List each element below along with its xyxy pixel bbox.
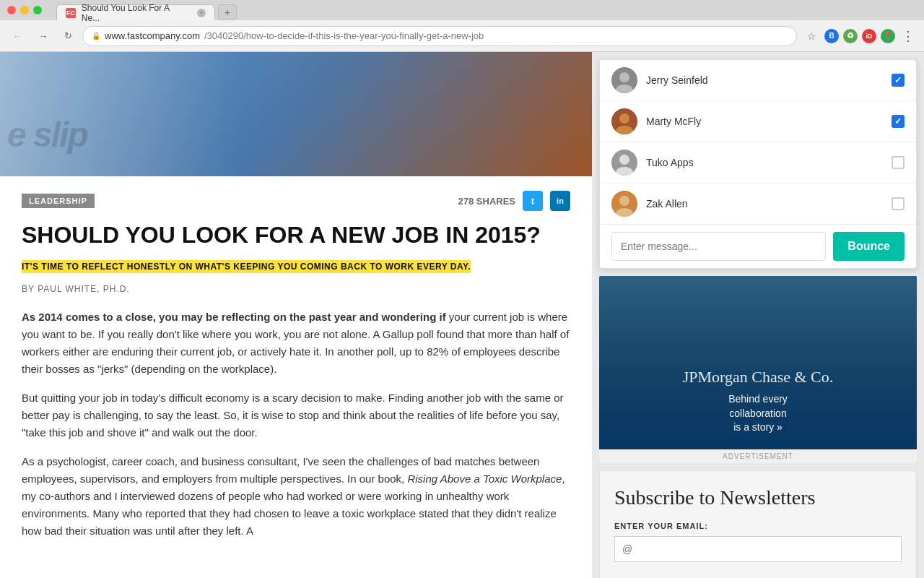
browser-menu-icon[interactable]: ⋮: [899, 27, 917, 45]
article-paragraph-2: But quitting your job in today's difficu…: [22, 389, 570, 441]
avatar-marty: [611, 108, 637, 134]
tab-title: Should You Look For A Ne...: [82, 3, 188, 23]
traffic-lights: [7, 6, 42, 14]
article-content: LEADERSHIP 278 SHARES t in Should You Lo…: [0, 176, 592, 566]
user-name-zak: Zak Allen: [646, 198, 883, 210]
bounce-button[interactable]: Bounce: [833, 232, 905, 261]
svg-point-4: [619, 113, 629, 124]
tab-close-button[interactable]: ×: [197, 9, 206, 17]
ad-logo: JPMorgan Chase & Co.: [683, 368, 834, 387]
avatar-image-marty: [611, 108, 637, 134]
newsletter-email-input[interactable]: [614, 536, 902, 562]
minimize-button[interactable]: [20, 6, 29, 14]
page-content: e slip LEADERSHIP 278 SHARES t in Should…: [0, 52, 924, 578]
url-domain: www.fastcompany.com: [105, 30, 200, 41]
checkbox-jerry[interactable]: ✓: [892, 74, 905, 87]
tab-favicon: FC: [66, 8, 76, 18]
share-count: 278 SHARES: [458, 196, 515, 207]
browser-toolbar: ← → ↻ 🔒 www.fastcompany.com /3040290/how…: [0, 20, 924, 52]
refresh-button[interactable]: ↻: [59, 27, 77, 45]
ad-area: JPMorgan Chase & Co. Behind every collab…: [599, 276, 917, 463]
bounce-popup: Jerry Seinfeld ✓: [599, 59, 917, 269]
checkbox-marty[interactable]: ✓: [892, 115, 905, 128]
newsletter-email-label: ENTER YOUR EMAIL:: [614, 522, 902, 530]
hero-image: e slip: [0, 52, 592, 176]
article-meta: LEADERSHIP 278 SHARES t in: [22, 191, 570, 211]
user-row-zak: Zak Allen: [600, 184, 916, 224]
avatar-zak: [611, 191, 637, 217]
twitter-share-button[interactable]: t: [523, 191, 543, 211]
svg-point-10: [619, 196, 629, 206]
article-paragraph-3: As a psychologist, career coach, and bus…: [22, 453, 570, 540]
checkbox-tuko[interactable]: [892, 156, 905, 169]
bounce-input-row: Bounce: [600, 224, 916, 268]
avatar-image-zak: [611, 191, 637, 217]
newsletter-title: Subscribe to Newsletters: [614, 486, 902, 510]
bounce-message-input[interactable]: [611, 232, 826, 261]
browser-chrome: FC Should You Look For A Ne... × + ← → ↻…: [0, 0, 924, 52]
security-lock-icon: 🔒: [92, 32, 100, 40]
article-title: Should You Look For A New Job In 2015?: [22, 223, 570, 248]
checkmark-marty: ✓: [894, 116, 902, 126]
ad-line1: Behind every: [728, 393, 788, 405]
user-row-jerry: Jerry Seinfeld ✓: [600, 60, 916, 101]
ad-line3: is a story »: [733, 421, 783, 433]
article-subtitle-container: IT'S TIME TO REFLECT HONESTLY ON WHAT'S …: [22, 259, 570, 275]
hero-overlay: [0, 52, 592, 176]
browser-titlebar: FC Should You Look For A Ne... × +: [0, 0, 924, 20]
maximize-button[interactable]: [33, 6, 42, 14]
ad-text: Behind every collaboration is a story »: [683, 392, 834, 435]
category-badge: LEADERSHIP: [22, 194, 95, 208]
extension-b-icon[interactable]: B: [824, 29, 839, 43]
newsletter-section: Subscribe to Newsletters ENTER YOUR EMAI…: [599, 470, 917, 578]
article-byline: BY PAUL WHITE, PH.D.: [22, 284, 570, 294]
ad-image: JPMorgan Chase & Co. Behind every collab…: [599, 276, 917, 449]
book-title: Rising Above a Toxic Workplace: [407, 473, 562, 485]
avatar-image-jerry: [611, 67, 637, 93]
back-button[interactable]: ←: [7, 26, 27, 46]
active-tab[interactable]: FC Should You Look For A Ne... ×: [56, 4, 215, 20]
bookmark-star-icon[interactable]: ☆: [803, 27, 820, 45]
extension-geo-icon[interactable]: 📍: [881, 29, 895, 43]
new-tab-button[interactable]: +: [218, 4, 237, 20]
close-button[interactable]: [7, 6, 16, 14]
checkbox-zak[interactable]: [892, 197, 905, 210]
user-row-tuko: Tuko Apps: [600, 142, 916, 184]
linkedin-share-button[interactable]: in: [550, 191, 570, 211]
avatar-jerry: [611, 67, 637, 93]
share-area: 278 SHARES t in: [458, 191, 570, 211]
svg-point-7: [619, 155, 629, 165]
forward-button[interactable]: →: [33, 26, 53, 46]
ad-line2: collaboration: [729, 407, 786, 419]
svg-point-1: [619, 72, 629, 82]
user-name-marty: Marty McFly: [646, 116, 883, 127]
user-name-jerry: Jerry Seinfeld: [646, 74, 883, 86]
user-list: Jerry Seinfeld ✓: [600, 60, 916, 224]
user-row-marty: Marty McFly ✓: [600, 101, 916, 142]
article-paragraph-1: As 2014 comes to a close, you may be ref…: [22, 309, 570, 378]
extension-idone-icon[interactable]: iD: [862, 29, 876, 43]
hero-slip-text: e slip: [7, 115, 87, 155]
browser-tabs: FC Should You Look For A Ne... × +: [56, 0, 237, 20]
ad-label: ADVERTISEMENT: [599, 449, 917, 463]
article-wrapper: e slip LEADERSHIP 278 SHARES t in Should…: [0, 52, 592, 578]
article-lead-bold: As 2014 comes to a close, you may be ref…: [22, 311, 446, 323]
url-path: /3040290/how-to-decide-if-this-is-the-ye…: [204, 30, 484, 41]
extension-recycle-icon[interactable]: ♻: [843, 29, 858, 43]
right-sidebar: Jerry Seinfeld ✓: [592, 52, 924, 578]
user-name-tuko: Tuko Apps: [646, 157, 883, 168]
article-subtitle: IT'S TIME TO REFLECT HONESTLY ON WHAT'S …: [22, 260, 471, 273]
article-body: As 2014 comes to a close, you may be ref…: [22, 309, 570, 540]
url-bar[interactable]: 🔒 www.fastcompany.com /3040290/how-to-de…: [82, 26, 797, 46]
avatar-image-tuko: [611, 150, 637, 176]
toolbar-icons: ☆ B ♻ iD 📍 ⋮: [803, 27, 917, 45]
checkmark-jerry: ✓: [894, 75, 902, 85]
avatar-tuko: [611, 150, 637, 176]
